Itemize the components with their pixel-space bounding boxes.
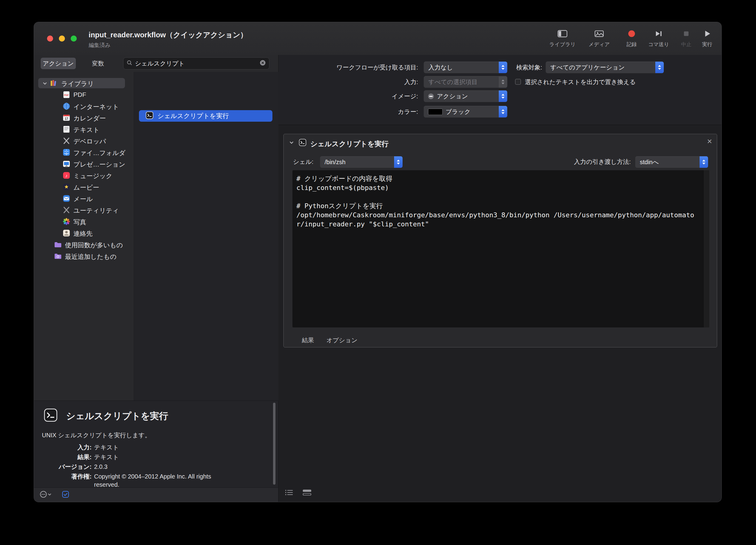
- sidebar-tab-row: アクション 変数 シェルスクリプト: [34, 55, 278, 72]
- action-card-title: シェルスクリプトを実行: [310, 139, 389, 149]
- stepper-icon: [700, 156, 708, 168]
- field-label: 結果:: [42, 453, 92, 461]
- close-action-button[interactable]: ×: [707, 137, 712, 146]
- field-value: Copyright © 2004–2012 Apple Inc. All rig…: [94, 472, 237, 489]
- checkbox-filter-icon[interactable]: [62, 491, 69, 499]
- sidebar-bottom-bar: [34, 487, 278, 502]
- library-sidebar-icon: [557, 29, 568, 39]
- sidebar-item-mail[interactable]: メール: [34, 193, 134, 204]
- action-card-run-shell-script: シェルスクリプトを実行 × シェル: /bin/zsh 入力の引き渡し方法: s…: [283, 134, 717, 347]
- toolbar-media-button[interactable]: メディア: [582, 29, 616, 48]
- results-link[interactable]: 結果: [302, 336, 314, 344]
- toolbar-library-button[interactable]: ライブラリ: [546, 29, 579, 48]
- list-view-icon[interactable]: [285, 489, 294, 498]
- stepper-icon: [655, 62, 664, 73]
- search-input[interactable]: シェルスクリプト: [123, 57, 269, 69]
- movie-icon: [62, 183, 70, 191]
- main-bottom-bar: [285, 489, 312, 498]
- search-scope-label: 検索対象:: [516, 63, 542, 72]
- image-select[interactable]: アクション: [424, 90, 508, 102]
- input-select-disabled[interactable]: すべての選択項目: [424, 76, 508, 88]
- developer-icon: [62, 137, 70, 145]
- sidebar-item-library-root[interactable]: ライブラリ: [34, 77, 134, 89]
- sidebar-item-recently-added[interactable]: 最近追加したもの: [34, 250, 134, 262]
- sidebar-item-movie[interactable]: ムービー: [34, 181, 134, 193]
- shell-select[interactable]: /bin/zsh: [320, 156, 403, 168]
- music-icon: ♪: [62, 171, 70, 179]
- stepper-icon: [499, 62, 507, 73]
- search-clear-button[interactable]: [259, 59, 266, 67]
- chevron-down-icon[interactable]: [42, 81, 47, 86]
- smart-folder-icon: [54, 241, 62, 249]
- finder-icon: [62, 148, 70, 156]
- field-value: 2.0.3: [94, 463, 240, 471]
- chevron-down-icon[interactable]: [289, 140, 294, 145]
- sidebar-item-photos[interactable]: 写真: [34, 216, 134, 227]
- field-value: テキスト: [94, 443, 240, 452]
- terminal-icon: [299, 139, 306, 147]
- tab-variables[interactable]: 変数: [87, 58, 109, 69]
- options-menu-button[interactable]: [39, 490, 53, 500]
- terminal-icon-large: [44, 408, 58, 422]
- stepper-icon: [499, 90, 507, 102]
- pass-input-select[interactable]: stdinへ: [635, 156, 708, 168]
- sidebar-item-most-used[interactable]: 使用回数が多いもの: [34, 239, 134, 250]
- search-scope-select[interactable]: すべてのアプリケーション: [545, 61, 664, 73]
- terminal-icon: [146, 111, 154, 120]
- shell-label: シェル:: [293, 158, 313, 166]
- stop-icon: [682, 29, 690, 39]
- workflow-settings-panel: ワークフローが受け取る項目: 入力なし 検索対象: すべてのアプリケーション 入…: [278, 55, 721, 125]
- window-subtitle: 編集済み: [89, 42, 248, 49]
- close-window-button[interactable]: [47, 36, 53, 42]
- sidebar-item-pdf[interactable]: PDF PDF: [34, 89, 134, 100]
- stepper-icon: [394, 156, 403, 168]
- sidebar-item-music[interactable]: ♪ ミュージック: [34, 170, 134, 181]
- search-icon: [127, 60, 133, 67]
- image-label: イメージ:: [392, 92, 418, 100]
- contacts-icon: [62, 229, 70, 237]
- text-icon: [62, 125, 70, 133]
- sidebar-item-utilities[interactable]: ユーティリティ: [34, 204, 134, 216]
- pdf-icon: PDF: [62, 91, 70, 99]
- shell-script-code: # クリップボードの内容を取得 clip_content=$(pbpaste) …: [292, 170, 709, 233]
- pass-input-label: 入力の引き渡し方法:: [574, 158, 631, 166]
- sidebar-item-presentation[interactable]: プレゼ…ーション: [34, 158, 134, 170]
- svg-text:♪: ♪: [65, 173, 68, 178]
- zoom-window-button[interactable]: [71, 36, 77, 42]
- window-title: input_reader.workflow（クイックアクション）: [89, 30, 248, 40]
- photos-icon: [62, 218, 70, 225]
- search-value: シェルスクリプト: [135, 59, 257, 68]
- action-description-panel: シェルスクリプトを実行 UNIX シェルスクリプトを実行します。 入力: テキス…: [34, 401, 278, 488]
- automator-window: input_reader.workflow（クイックアクション） 編集済み ライ…: [34, 22, 722, 502]
- sidebar-item-internet[interactable]: インターネット: [34, 100, 134, 112]
- field-label: 著作権:: [42, 472, 92, 489]
- sidebar-item-contacts[interactable]: 連絡先: [34, 227, 134, 239]
- shell-script-editor[interactable]: # クリップボードの内容を取得 clip_content=$(pbpaste) …: [292, 170, 709, 327]
- minimize-window-button[interactable]: [59, 36, 65, 42]
- sidebar-item-text[interactable]: テキスト: [34, 124, 134, 135]
- field-label: バージョン:: [42, 463, 92, 471]
- sidebar-item-developer[interactable]: デベロッパ: [34, 135, 134, 147]
- color-select[interactable]: ブラック: [424, 106, 508, 118]
- sidebar-item-files-folders[interactable]: ファイ…フォルダ: [34, 147, 134, 158]
- workflow-receives-select[interactable]: 入力なし: [424, 61, 508, 73]
- sidebar: シェルスクリプトを実行 アクション 変数 シェルスクリプト: [34, 55, 278, 502]
- step-forward-icon: [654, 29, 663, 39]
- replace-text-checkbox[interactable]: [515, 79, 521, 85]
- toolbar-run-button[interactable]: 実行: [690, 29, 722, 48]
- color-label: カラー:: [398, 108, 418, 116]
- stacked-view-icon[interactable]: [302, 489, 312, 498]
- tab-actions[interactable]: アクション: [41, 58, 76, 69]
- workflow-canvas: ワークフローが受け取る項目: 入力なし 検索対象: すべてのアプリケーション 入…: [278, 55, 721, 502]
- run-icon: [703, 29, 711, 39]
- stepper-icon: [499, 76, 507, 88]
- sidebar-item-calendar[interactable]: 17 カレンダー: [34, 112, 134, 124]
- workflow-receives-label: ワークフローが受け取る項目:: [336, 63, 418, 72]
- code-scrollbar[interactable]: [703, 170, 709, 327]
- description-scrollbar[interactable]: [273, 403, 275, 485]
- result-item-run-shell-script[interactable]: シェルスクリプトを実行: [139, 110, 272, 122]
- svg-text:PDF: PDF: [64, 94, 69, 96]
- options-link[interactable]: オプション: [326, 336, 357, 344]
- library-books-icon: [50, 79, 58, 87]
- input-label: 入力:: [404, 78, 418, 86]
